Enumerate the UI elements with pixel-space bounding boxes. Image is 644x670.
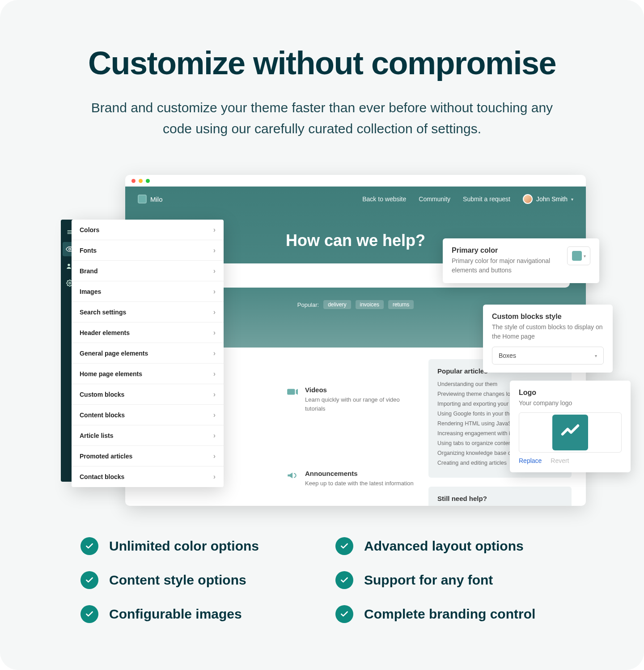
site-name: Milo (150, 195, 163, 203)
settings-section[interactable]: Colors› (72, 220, 224, 240)
logo-card: Logo Your company logo Replace Revert (510, 381, 631, 472)
primary-color-card: Primary color Primary color for major na… (443, 238, 599, 283)
check-icon (80, 571, 98, 589)
card-desc: Primary color for major navigational ele… (452, 256, 559, 275)
feature-label: Unlimited color options (109, 539, 259, 554)
chevron-right-icon: › (213, 288, 216, 296)
chevron-down-icon: ▾ (584, 254, 586, 259)
feature-label: Complete branding control (364, 606, 535, 622)
page-subhead: Brand and customize your theme faster th… (80, 98, 564, 139)
settings-section[interactable]: Content blocks› (72, 405, 224, 425)
feature-item: Advanced layout options (335, 537, 564, 555)
user-menu[interactable]: John Smith ▾ (523, 194, 573, 204)
settings-section[interactable]: Brand› (72, 261, 224, 281)
custom-blocks-card: Custom blocks style The style of custom … (483, 305, 613, 373)
svg-point-8 (68, 264, 70, 266)
replace-link[interactable]: Replace (519, 457, 542, 464)
chevron-right-icon: › (213, 473, 216, 481)
megaphone-icon (286, 470, 298, 481)
logo-preview (519, 412, 622, 453)
settings-section[interactable]: Promoted articles› (72, 446, 224, 466)
settings-sidebar: Colors› Fonts› Brand› Images› Search set… (72, 220, 224, 487)
chevron-right-icon: › (213, 329, 216, 337)
chevron-down-icon: ▾ (571, 197, 573, 202)
chevron-right-icon: › (213, 267, 216, 275)
chevron-right-icon: › (213, 390, 216, 399)
feature-label: Advanced layout options (364, 539, 524, 554)
block-desc: Learn quickly with our range of video tu… (305, 395, 415, 413)
content-block[interactable]: Videos Learn quickly with our range of v… (286, 386, 415, 457)
panel-title: Still need help? (437, 495, 563, 502)
block-title: Videos (305, 386, 415, 394)
card-desc: The style of custom blocks to display on… (492, 322, 604, 341)
feature-item: Support for any font (335, 571, 564, 589)
popular-pill[interactable]: returns (388, 300, 414, 309)
revert-link[interactable]: Revert (551, 457, 569, 464)
feature-label: Content style options (109, 572, 246, 588)
card-title: Primary color (452, 246, 559, 254)
color-picker[interactable]: ▾ (567, 246, 590, 265)
chevron-right-icon: › (213, 349, 216, 357)
settings-section[interactable]: Fonts› (72, 240, 224, 261)
check-icon (80, 605, 98, 623)
check-icon (335, 605, 353, 623)
chevron-right-icon: › (213, 411, 216, 419)
chevron-right-icon: › (213, 226, 216, 234)
chevron-right-icon: › (213, 432, 216, 440)
nav-link-community[interactable]: Community (419, 195, 450, 203)
site-brand[interactable]: Milo (138, 195, 163, 204)
check-icon (335, 571, 353, 589)
chevron-down-icon: ▾ (595, 353, 597, 358)
svg-marker-3 (296, 389, 298, 395)
brand-logo-icon (138, 195, 147, 204)
illustration-stage: Milo Back to website Community Submit a … (36, 175, 608, 510)
check-icon (335, 537, 353, 555)
feature-item: Unlimited color options (80, 537, 309, 555)
zoom-dot[interactable] (146, 179, 150, 183)
style-select[interactable]: Boxes ▾ (492, 347, 604, 365)
block-desc: Keep up to date with the latest informat… (305, 479, 414, 488)
popular-pill[interactable]: invoices (356, 300, 384, 309)
select-value: Boxes (499, 352, 516, 359)
feature-label: Support for any font (364, 572, 493, 588)
nav-link-submit[interactable]: Submit a request (463, 195, 510, 203)
settings-section[interactable]: Home page elements› (72, 364, 224, 384)
feature-item: Complete branding control (335, 605, 564, 623)
settings-section[interactable]: Contact blocks› (72, 466, 224, 487)
page-headline: Customize without compromise (88, 45, 556, 81)
check-icon (80, 537, 98, 555)
content-block[interactable]: Announcements Keep up to date with the l… (286, 470, 415, 506)
still-need-help-panel: Still need help? Our team of experts are… (428, 487, 572, 506)
chevron-right-icon: › (213, 452, 216, 460)
block-title: Announcements (305, 470, 414, 477)
nav-link-back[interactable]: Back to website (362, 195, 406, 203)
window-titlebar (125, 175, 586, 187)
settings-section[interactable]: Header elements› (72, 322, 224, 343)
card-title: Custom blocks style (492, 313, 604, 321)
feature-item: Content style options (80, 571, 309, 589)
popular-pill[interactable]: delivery (323, 300, 351, 309)
chevron-right-icon: › (213, 308, 216, 316)
settings-section[interactable]: General page elements› (72, 343, 224, 364)
logo-image (552, 415, 588, 450)
chevron-right-icon: › (213, 246, 216, 254)
settings-section[interactable]: Search settings› (72, 302, 224, 322)
feature-item: Configurable images (80, 605, 309, 623)
color-swatch (572, 251, 582, 261)
svg-rect-2 (287, 389, 295, 395)
settings-section[interactable]: Article lists› (72, 425, 224, 446)
user-name: John Smith (536, 195, 568, 203)
settings-section[interactable]: Custom blocks› (72, 384, 224, 405)
card-title: Logo (519, 389, 622, 397)
chevron-right-icon: › (213, 370, 216, 378)
settings-section[interactable]: Images› (72, 281, 224, 302)
popular-label: Popular: (297, 301, 319, 308)
card-desc: Your company logo (519, 399, 622, 408)
minimize-dot[interactable] (139, 179, 143, 183)
close-dot[interactable] (131, 179, 136, 183)
video-icon (286, 386, 298, 398)
svg-point-7 (69, 248, 71, 250)
avatar (523, 194, 533, 204)
svg-point-9 (69, 282, 71, 284)
site-nav: Milo Back to website Community Submit a … (125, 187, 586, 212)
